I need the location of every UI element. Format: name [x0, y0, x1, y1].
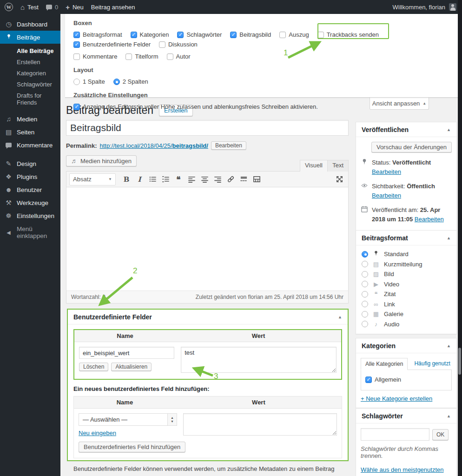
sidebar-item-tags[interactable]: Schlagwörter	[0, 79, 60, 90]
toolbar-toggle-button[interactable]	[251, 174, 263, 185]
permalink-link[interactable]: http://test.local/2018/04/25/beitragsbil…	[99, 142, 208, 149]
radio-2-spalten[interactable]: 2 Spalten	[113, 78, 148, 86]
tab-all-categories[interactable]: Alle Kategorien	[361, 358, 408, 370]
format-audio[interactable]: ♪Audio	[362, 319, 451, 330]
preview-changes-button[interactable]: Vorschau der Änderungen	[371, 142, 452, 152]
edit-status-link[interactable]: Bearbeiten	[372, 168, 401, 175]
published-date-row: Veröffentlicht am: 25. Apr 2018 um 11:05…	[361, 205, 452, 224]
checkbox-benutzerdefinierte-felder[interactable]: Benutzerdefinierte Felder	[73, 40, 151, 48]
tab-text[interactable]: Text	[327, 160, 349, 172]
sidebar-item-all-posts[interactable]: Alle Beiträge	[0, 45, 60, 56]
radio-icon	[362, 281, 368, 287]
edit-date-link[interactable]: Bearbeiten	[415, 216, 444, 223]
delete-field-button[interactable]: Löschen	[79, 363, 108, 371]
radio-1-spalte[interactable]: 1 Spalte	[73, 78, 105, 86]
tab-most-used[interactable]: Häufig genutzt	[414, 360, 450, 370]
fullscreen-button[interactable]	[333, 174, 345, 185]
wordpress-menu[interactable]: W	[5, 3, 13, 11]
sidebar-item-appearance[interactable]: ✎Design	[0, 157, 60, 170]
panel-toggle-icon[interactable]: ▲	[447, 414, 451, 418]
blockquote-button[interactable]: ❝	[172, 174, 185, 185]
post-title-input[interactable]	[66, 120, 349, 136]
dashboard-icon: ◷	[5, 20, 13, 28]
checkbox-editor-fullheight[interactable]: Anzeige des Editors in voller Höhe zulas…	[73, 103, 318, 111]
plus-icon: +	[66, 4, 70, 11]
sidebar-item-settings[interactable]: ☸Einstellungen	[0, 209, 60, 222]
checkbox-kommentare[interactable]: Kommentare	[73, 53, 117, 60]
sidebar-item-categories[interactable]: Kategorien	[0, 67, 60, 79]
comments-menu[interactable]: 0	[46, 4, 58, 11]
edit-visibility-link[interactable]: Bearbeiten	[372, 192, 401, 199]
scrollbar-thumb[interactable]	[458, 348, 461, 375]
custom-field-value-textarea[interactable]: test	[181, 347, 337, 373]
choose-most-used-link[interactable]: Wähle aus den meistgenutzten Schlagwörte…	[361, 465, 447, 476]
checkbox-icon	[177, 32, 184, 38]
add-custom-field-button[interactable]: Benutzerdefiniertes Feld hinzufügen	[79, 442, 185, 452]
format-standard[interactable]: Standard	[362, 249, 451, 259]
format-gallery[interactable]: ▦Galerie	[362, 309, 451, 319]
align-center-button[interactable]	[198, 174, 211, 185]
checkbox-schlagwoerter[interactable]: Schlagwörter	[177, 31, 222, 39]
bullet-list-icon[interactable]	[146, 174, 158, 185]
tags-ok-button[interactable]: OK	[432, 429, 449, 440]
update-field-button[interactable]: Aktualisieren	[111, 363, 152, 371]
format-aside[interactable]: ▤Kurzmitteilung	[362, 259, 451, 270]
checkbox-auszug[interactable]: Auszug	[279, 31, 309, 39]
category-allgemein[interactable]: Allgemein	[365, 376, 401, 383]
align-left-button[interactable]	[185, 174, 198, 185]
format-link[interactable]: ∞Link	[362, 299, 451, 310]
format-video[interactable]: ▶Video	[362, 279, 451, 290]
sidebar-item-dashboard[interactable]: ◷Dashboard	[0, 18, 60, 31]
publish-title: Veröffentlichen	[362, 126, 409, 133]
panel-toggle-icon[interactable]: ▲	[447, 344, 451, 348]
new-content-menu[interactable]: +Neu	[66, 4, 84, 11]
pages-icon: ▤	[5, 128, 13, 136]
link-button[interactable]	[224, 174, 237, 185]
checkbox-trackbacks[interactable]: Trackbacks senden	[317, 31, 379, 39]
sidebar-item-plugins[interactable]: ❖Plugins	[0, 170, 60, 183]
sidebar-item-media[interactable]: ♫Medien	[0, 112, 60, 126]
align-right-button[interactable]	[211, 174, 224, 185]
checkbox-beitragsformat[interactable]: Beitragsformat	[73, 31, 122, 39]
tags-hint: Schlagwörter durch Kommas trennen.	[361, 445, 452, 459]
add-media-button[interactable]: ♬Medien hinzufügen	[66, 155, 137, 166]
editor-content-area[interactable]	[66, 187, 348, 291]
avatar[interactable]	[449, 3, 456, 11]
sidebar-item-posts[interactable]: Beiträge	[0, 31, 60, 44]
tab-visual[interactable]: Visuell	[300, 160, 328, 172]
field-name-select[interactable]: — Auswählen — ▲▼	[79, 413, 177, 426]
checkbox-kategorien[interactable]: Kategorien	[131, 31, 169, 39]
checkbox-titelform[interactable]: Titelform	[125, 53, 158, 60]
numbered-list-icon[interactable]	[159, 174, 172, 185]
panel-toggle-icon[interactable]: ▲	[447, 127, 451, 132]
italic-button[interactable]: I	[133, 174, 145, 185]
sidebar-item-drafts-for-friends[interactable]: Drafts for Friends	[0, 90, 60, 108]
sidebar-item-pages[interactable]: ▤Seiten	[0, 126, 60, 139]
scrollbar[interactable]	[458, 0, 462, 476]
greeting[interactable]: Willkommen, florian	[393, 4, 445, 11]
checkbox-autor[interactable]: Autor	[167, 53, 191, 60]
sidebar-item-tools[interactable]: ⚒Werkzeuge	[0, 196, 60, 209]
checkbox-diskussion[interactable]: Diskussion	[159, 40, 198, 48]
sidebar-collapse-menu[interactable]: ◀Menü einklappen	[0, 226, 60, 239]
sidebar-item-users[interactable]: ☻Benutzer	[0, 183, 60, 196]
add-category-link[interactable]: + Neue Kategorie erstellen	[361, 395, 432, 402]
tags-input[interactable]	[361, 428, 429, 441]
panel-toggle-icon[interactable]: ▲	[338, 315, 342, 319]
new-field-value-textarea[interactable]	[183, 413, 337, 436]
format-image[interactable]: ▨Bild	[362, 269, 451, 279]
custom-field-name-input[interactable]	[79, 347, 174, 359]
add-field-heading: Ein neues benutzerdefiniertes Feld hinzu…	[73, 385, 342, 392]
format-quote[interactable]: ❝Zitat	[362, 289, 451, 299]
read-more-button[interactable]	[238, 174, 250, 185]
bold-button[interactable]: B	[120, 174, 132, 185]
view-post-link[interactable]: Beitrag ansehen	[91, 4, 135, 11]
enter-new-link[interactable]: Neu eingeben	[79, 430, 116, 436]
panel-toggle-icon[interactable]: ▲	[447, 236, 451, 240]
permalink-edit-button[interactable]: Bearbeiten	[211, 141, 246, 150]
site-name-menu[interactable]: ⌂Test	[20, 4, 39, 11]
sidebar-item-add-new[interactable]: Erstellen	[0, 56, 60, 67]
checkbox-beitragsbild[interactable]: Beitragsbild	[230, 31, 271, 39]
paragraph-format-select[interactable]: Absatz▼	[69, 173, 116, 185]
sidebar-item-comments[interactable]: Kommentare	[0, 139, 60, 152]
